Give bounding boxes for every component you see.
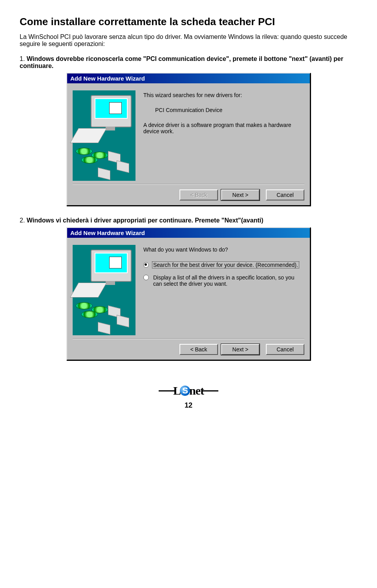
wizard2-titlebar: Add New Hardware Wizard	[67, 228, 310, 238]
back-button[interactable]: < Back	[179, 344, 218, 355]
radio-dot-icon	[143, 275, 149, 280]
logo-sphere-icon: S	[180, 386, 190, 396]
page-heading: Come installare correttamente la scheda …	[20, 16, 357, 28]
step-2-num: 2.	[20, 217, 25, 224]
radio-dot-icon	[143, 262, 149, 268]
radio-option-list[interactable]: Display a list of all the drivers in a s…	[143, 274, 304, 287]
wizard-dialog-2: Add New Hardware Wizard What do you want…	[66, 227, 311, 360]
wizard2-side-graphic	[73, 245, 135, 335]
radio-option-search[interactable]: Search for the best driver for your devi…	[143, 261, 304, 268]
wizard2-prompt: What do you want Windows to do?	[143, 246, 304, 253]
cancel-button[interactable]: Cancel	[266, 189, 304, 200]
footer-logo: L S net	[20, 384, 357, 397]
cancel-button[interactable]: Cancel	[266, 344, 304, 355]
next-button[interactable]: Next >	[221, 189, 260, 200]
radio-label-2: Display a list of all the drivers in a s…	[152, 274, 304, 287]
radio-label-1: Search for the best driver for your devi…	[152, 261, 299, 268]
step-2: 2. Windows vi chiederà i driver appropri…	[20, 217, 357, 224]
wizard-side-graphic	[73, 90, 135, 181]
wizard-titlebar: Add New Hardware Wizard	[67, 74, 310, 83]
step-1-text: Windows dovrebbe riconoscerla come "PCI …	[20, 55, 343, 69]
wizard-dialog-1: Add New Hardware Wizard This wizard sear…	[66, 73, 311, 206]
wizard1-desc: A device driver is a software program th…	[143, 122, 304, 134]
step-1-num: 1.	[20, 55, 25, 62]
back-button: < Back	[179, 189, 218, 200]
intro-text: La WinSchool PCI può lavorare senza alcu…	[20, 33, 357, 48]
next-button[interactable]: Next >	[221, 344, 260, 355]
page-number: 12	[20, 401, 357, 410]
step-2-text: Windows vi chiederà i driver appropriati…	[27, 217, 264, 224]
step-1: 1. Windows dovrebbe riconoscerla come "P…	[20, 55, 357, 70]
wizard1-device: PCI Communication Device	[155, 107, 304, 113]
logo-text-net: net	[189, 384, 204, 397]
wizard1-line1: This wizard searches for new drivers for…	[143, 92, 304, 98]
